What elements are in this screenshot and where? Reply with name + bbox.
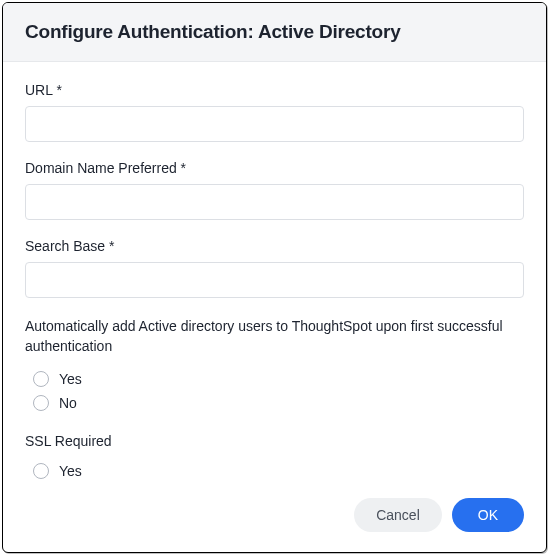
configure-auth-dialog: Configure Authentication: Active Directo… <box>2 2 547 553</box>
auto-add-yes-label: Yes <box>59 371 82 387</box>
radio-icon <box>33 463 49 479</box>
ssl-required-radio-group: Yes No <box>25 459 524 484</box>
auto-add-no-label: No <box>59 395 77 411</box>
search-base-label: Search Base * <box>25 238 524 254</box>
cancel-button[interactable]: Cancel <box>354 498 442 532</box>
ssl-required-label: SSL Required <box>25 433 524 449</box>
auto-add-radio-group: Yes No <box>25 367 524 415</box>
domain-name-input[interactable] <box>25 184 524 220</box>
domain-name-label: Domain Name Preferred * <box>25 160 524 176</box>
ok-button[interactable]: OK <box>452 498 524 532</box>
dialog-title: Configure Authentication: Active Directo… <box>25 21 524 43</box>
auto-add-label: Automatically add Active directory users… <box>25 316 524 357</box>
dialog-header: Configure Authentication: Active Directo… <box>3 3 546 62</box>
url-input[interactable] <box>25 106 524 142</box>
domain-name-field-group: Domain Name Preferred * <box>25 160 524 220</box>
url-label: URL * <box>25 82 524 98</box>
auto-add-yes-option[interactable]: Yes <box>25 367 524 391</box>
auto-add-no-option[interactable]: No <box>25 391 524 415</box>
ssl-yes-label: Yes <box>59 463 82 479</box>
radio-icon <box>33 395 49 411</box>
search-base-input[interactable] <box>25 262 524 298</box>
url-field-group: URL * <box>25 82 524 142</box>
radio-icon <box>33 371 49 387</box>
dialog-footer: Cancel OK <box>3 484 546 552</box>
ssl-yes-option[interactable]: Yes <box>25 459 524 483</box>
dialog-body: URL * Domain Name Preferred * Search Bas… <box>3 62 546 484</box>
search-base-field-group: Search Base * <box>25 238 524 298</box>
